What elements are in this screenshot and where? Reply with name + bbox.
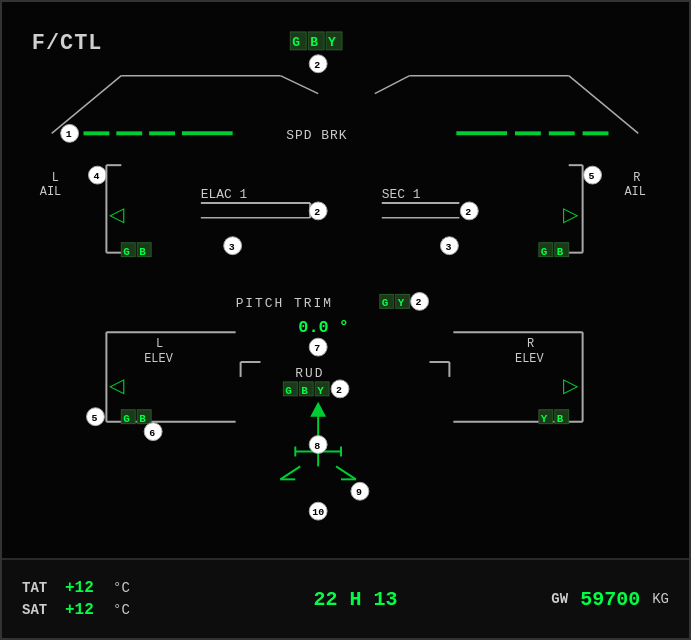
svg-text:B: B [557,246,564,258]
svg-rect-61 [539,243,553,257]
status-right: GW 59700 KG [469,588,669,611]
svg-rect-97 [555,410,569,424]
svg-rect-66 [380,294,394,308]
tat-label: TAT [22,580,57,596]
svg-point-90 [144,423,162,441]
svg-point-43 [224,237,242,255]
svg-text:G: G [541,246,548,258]
svg-line-119 [336,466,356,479]
svg-rect-95 [539,410,553,424]
svg-marker-113 [310,402,326,417]
svg-text:RUD: RUD [295,366,324,381]
sat-label: SAT [22,602,57,618]
svg-rect-68 [396,294,410,308]
status-left: TAT +12 °C SAT +12 °C [22,579,242,619]
svg-text:B: B [557,413,564,425]
svg-rect-5 [326,32,342,50]
svg-text:ELEV: ELEV [515,352,544,366]
svg-text:3: 3 [445,242,451,253]
gw-value: 59700 [580,588,640,611]
svg-text:SEC 1: SEC 1 [382,187,421,202]
svg-point-84 [87,408,105,426]
svg-text:AIL: AIL [624,185,645,199]
sat-value: +12 [65,601,105,619]
svg-text:2: 2 [336,385,342,396]
svg-rect-63 [555,243,569,257]
svg-text:Y: Y [398,297,405,309]
svg-text:▷: ▷ [563,203,579,225]
svg-text:SPD BRK: SPD BRK [286,128,347,143]
svg-text:2: 2 [314,60,320,71]
sat-unit: °C [113,602,130,618]
svg-text:2: 2 [314,207,320,218]
svg-text:4: 4 [93,171,99,182]
svg-text:0.0 °: 0.0 ° [298,318,349,337]
svg-text:F/CTL: F/CTL [32,31,103,56]
svg-point-48 [460,202,478,220]
main-area: F/CTL G B Y 2 [2,2,689,558]
svg-text:R: R [527,337,534,351]
svg-text:B: B [139,413,146,425]
svg-text:L: L [52,171,59,185]
svg-line-10 [52,76,122,134]
svg-rect-88 [137,410,151,424]
gw-label: GW [551,591,568,607]
svg-text:PITCH TRIM: PITCH TRIM [236,296,333,311]
svg-text:ELEV: ELEV [144,352,173,366]
svg-rect-1 [290,32,306,50]
svg-text:5: 5 [589,171,595,182]
svg-text:▷: ▷ [563,374,579,396]
svg-point-73 [309,338,327,356]
svg-text:AIL: AIL [40,185,61,199]
bottom-bar: TAT +12 °C SAT +12 °C 22 H 13 GW 59700 K… [2,558,689,638]
svg-point-41 [309,202,327,220]
svg-point-55 [584,166,602,184]
svg-text:B: B [310,35,318,50]
svg-text:2: 2 [465,207,471,218]
sat-row: SAT +12 °C [22,601,242,619]
svg-text:◁: ◁ [109,203,125,225]
time-display: 22 H 13 [242,588,469,611]
svg-text:◁: ◁ [109,374,125,396]
svg-text:G: G [285,385,292,397]
svg-rect-108 [315,382,329,396]
svg-text:L: L [156,337,163,351]
svg-line-13 [375,76,410,94]
svg-text:R: R [633,171,640,185]
gw-unit: KG [652,591,669,607]
svg-text:9: 9 [356,487,362,498]
svg-text:1: 1 [66,129,72,140]
svg-line-11 [280,76,318,94]
svg-point-28 [88,166,106,184]
screen: F/CTL G B Y 2 [0,0,691,640]
svg-text:B: B [139,246,146,258]
svg-text:G: G [292,35,300,50]
svg-rect-36 [137,243,151,257]
svg-point-123 [351,482,369,500]
svg-text:G: G [123,413,130,425]
svg-text:6: 6 [149,428,155,439]
svg-line-117 [280,466,300,479]
tat-row: TAT +12 °C [22,579,242,597]
svg-point-7 [309,55,327,73]
tat-unit: °C [113,580,130,596]
svg-point-121 [309,436,327,454]
svg-rect-104 [283,382,297,396]
svg-text:3: 3 [229,242,235,253]
svg-point-125 [309,502,327,520]
svg-text:Y: Y [541,413,548,425]
svg-text:7: 7 [314,343,320,354]
svg-rect-3 [308,32,324,50]
svg-text:2: 2 [416,297,422,308]
svg-text:B: B [301,385,308,397]
svg-text:G: G [123,246,130,258]
svg-rect-86 [121,410,135,424]
svg-point-19 [61,124,79,142]
svg-text:8: 8 [314,441,320,452]
svg-point-70 [411,292,429,310]
svg-text:5: 5 [91,413,97,424]
svg-text:ELAC 1: ELAC 1 [201,187,248,202]
main-svg: F/CTL G B Y 2 [2,2,689,558]
svg-text:Y: Y [317,385,324,397]
tat-value: +12 [65,579,105,597]
